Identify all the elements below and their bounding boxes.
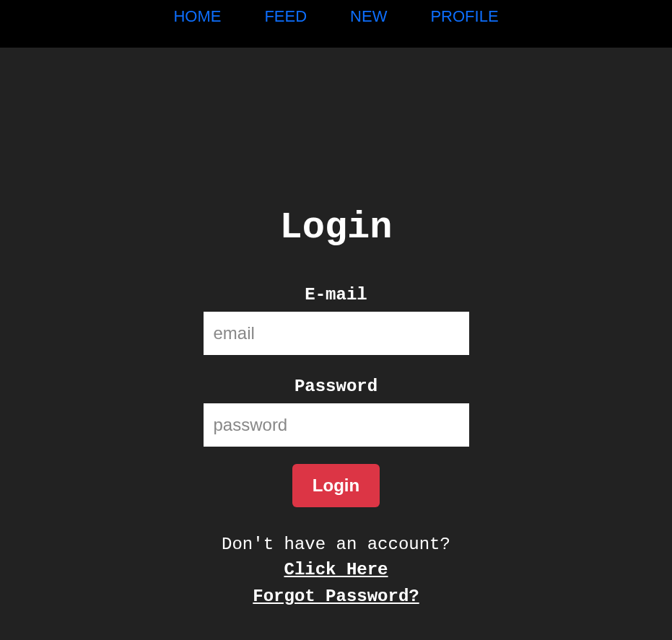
login-form-container: Login E-mail Password Login Don't have a… [0,48,672,613]
password-group: Password [204,377,469,447]
forgot-password-link[interactable]: Forgot Password? [253,587,419,606]
password-label: Password [294,377,378,396]
page-title: Login [279,206,392,249]
signup-link[interactable]: Click Here [284,560,388,579]
nav-profile[interactable]: PROFILE [430,7,498,26]
navbar: HOME FEED NEW PROFILE [0,0,672,48]
password-input[interactable] [204,403,469,447]
email-input[interactable] [204,312,469,355]
email-label: E-mail [305,285,367,304]
login-button[interactable]: Login [292,464,380,507]
nav-home[interactable]: HOME [173,7,221,26]
email-group: E-mail [204,285,469,355]
no-account-text: Don't have an account? [222,535,450,554]
nav-new[interactable]: NEW [350,7,387,26]
nav-feed[interactable]: FEED [264,7,307,26]
